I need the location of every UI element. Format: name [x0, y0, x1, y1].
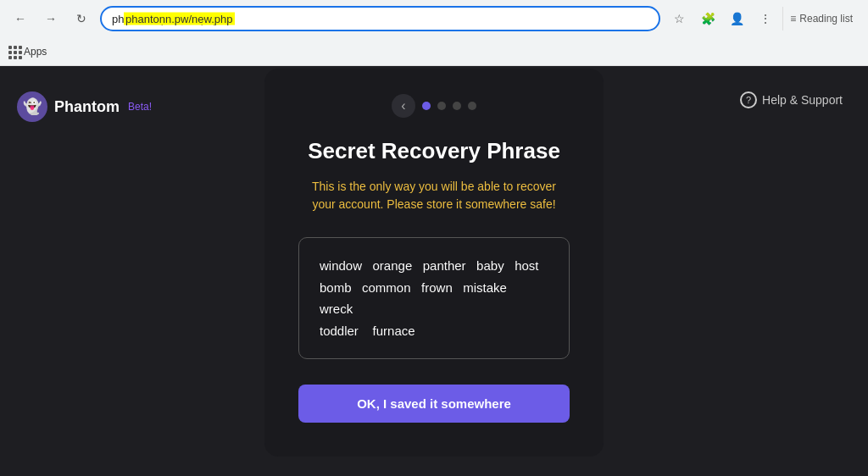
reload-button[interactable]: ↻ [70, 7, 93, 30]
card-title: Secret Recovery Phrase [298, 138, 570, 164]
stepper: ‹ [298, 94, 570, 118]
recovery-phrase-text: window orange panther baby hostbomb comm… [320, 258, 539, 338]
apps-label: Apps [24, 46, 47, 58]
dot-1 [422, 102, 431, 110]
phantom-logo: 👻 Phantom Beta! [17, 91, 152, 122]
reading-list-icon: ≡ [790, 13, 796, 25]
help-support-label: Help & Support [762, 93, 843, 107]
recovery-phrase-box: window orange panther baby hostbomb comm… [298, 237, 570, 359]
phantom-badge: Beta! [128, 101, 152, 113]
ok-saved-button[interactable]: OK, I saved it somewhere [298, 385, 570, 423]
browser-chrome: ← → ↻ phantonn.pw/new.php ☆ 🧩 👤 ⋮ ≡ Read… [0, 0, 868, 66]
phantom-name: Phantom [54, 98, 120, 116]
dot-2 [437, 102, 446, 110]
help-icon: ? [740, 91, 757, 108]
card-subtitle: This is the only way you will be able to… [298, 178, 570, 213]
browser-actions: ☆ 🧩 👤 ⋮ ≡ Reading list [667, 7, 860, 30]
reading-list-button[interactable]: ≡ Reading list [782, 7, 860, 30]
menu-button[interactable]: ⋮ [754, 7, 777, 30]
back-button[interactable]: ← [8, 7, 32, 30]
help-support-button[interactable]: ? Help & Support [740, 91, 843, 108]
address-text: phantonn.pw/new.php [124, 13, 235, 25]
apps-grid-icon [8, 46, 20, 58]
profile-button[interactable]: 👤 [725, 7, 748, 30]
browser-toolbar: ← → ↻ phantonn.pw/new.php ☆ 🧩 👤 ⋮ ≡ Read… [0, 0, 868, 37]
apps-button[interactable]: Apps [8, 46, 47, 58]
dot-4 [468, 102, 476, 110]
extensions-button[interactable]: 🧩 [696, 7, 720, 30]
back-step-button[interactable]: ‹ [392, 94, 415, 118]
secret-recovery-card: ‹ Secret Recovery Phrase This is the onl… [264, 69, 604, 457]
page-content: 👻 Phantom Beta! ? Help & Support ‹ Secre… [0, 66, 868, 476]
dot-3 [453, 102, 461, 110]
phantom-icon: 👻 [17, 91, 47, 122]
address-bar-wrapper: phantonn.pw/new.php [100, 6, 660, 31]
bookmarks-bar: Apps [0, 37, 868, 66]
reading-list-label: Reading list [799, 13, 853, 25]
forward-button[interactable]: → [39, 7, 63, 30]
bookmark-button[interactable]: ☆ [667, 7, 691, 30]
